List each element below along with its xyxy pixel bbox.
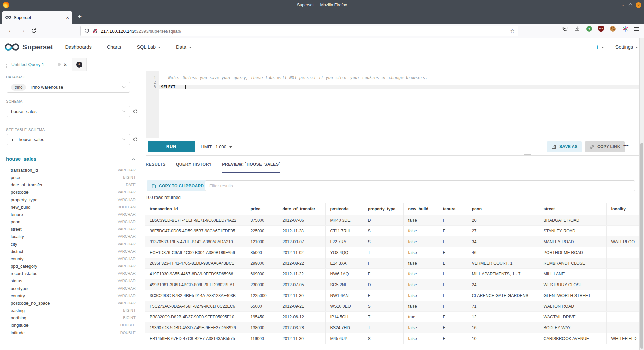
downloads-icon[interactable] — [574, 26, 580, 32]
table-cell: false — [403, 236, 438, 247]
insecure-lock-icon[interactable] — [92, 28, 98, 34]
table-cell: F — [438, 301, 467, 312]
results-column-header[interactable]: date_of_transfer — [278, 203, 325, 215]
results-column-header[interactable]: locality — [606, 203, 639, 215]
column-type: DATE — [126, 183, 136, 187]
menu-icon[interactable] — [634, 27, 639, 31]
table-cell: F — [438, 247, 467, 258]
table-cell — [606, 269, 639, 279]
link-icon — [589, 144, 594, 149]
window-minimize-icon[interactable]: ⌄ — [620, 3, 625, 7]
column-type: VARCHAR — [118, 301, 136, 305]
results-column-header[interactable]: street — [539, 203, 606, 215]
cookie-icon[interactable] — [610, 26, 616, 32]
superset-logo[interactable]: Superset — [5, 43, 53, 51]
table-cell: WAGTAIL DRIVE — [539, 312, 606, 322]
back-icon[interactable]: ← — [8, 27, 13, 33]
query-tab-close-icon[interactable]: × — [64, 62, 67, 68]
column-name: usertype — [11, 286, 118, 291]
database-value: Trino warehouse — [30, 85, 119, 90]
plus-circle-icon: + — [76, 62, 82, 68]
table-cell: ECE1D376-C9A6-4C00-B004-A380B189FA56 — [145, 247, 246, 258]
copy-link-label: COPY LINK — [597, 144, 620, 149]
results-column-header[interactable]: transaction_id — [145, 203, 246, 215]
page-scrollbar[interactable] — [639, 38, 644, 350]
schema-select[interactable]: house_sales — [7, 106, 130, 117]
refresh-table-icon[interactable] — [133, 137, 138, 142]
nav-dashboards[interactable]: Dashboards — [65, 44, 91, 50]
save-as-button[interactable]: SAVE AS — [547, 141, 582, 152]
results-column-header[interactable]: property_type — [363, 203, 403, 215]
see-table-schema-label: SEE TABLE SCHEMA — [6, 128, 45, 132]
table-cell: 299000 — [246, 258, 278, 269]
scrollbar-thumb[interactable] — [640, 143, 643, 349]
add-new-button[interactable]: + — [595, 43, 604, 51]
more-options-button[interactable]: ••• — [623, 143, 629, 148]
window-close-icon[interactable]: × — [636, 2, 641, 8]
shield-icon[interactable] — [84, 28, 89, 34]
reload-icon[interactable] — [31, 28, 37, 34]
table-cell: false — [403, 258, 438, 269]
tab-preview-house-sales[interactable]: PREVIEW: `HOUSE_SALES` — [222, 156, 280, 173]
results-column-header[interactable]: paon — [467, 203, 539, 215]
window-maximize-icon[interactable] — [628, 3, 633, 7]
column-type: DOUBLE — [120, 331, 136, 335]
table-cell: WESTBURY CLOSE — [539, 279, 606, 290]
filter-results-input[interactable] — [205, 180, 635, 191]
refresh-schema-icon[interactable] — [133, 109, 138, 114]
column-type: VARCHAR — [118, 168, 136, 172]
table-cell: 2012-11-02 — [278, 247, 325, 258]
column-type: BOOLEAN — [118, 205, 136, 209]
copy-link-button[interactable]: COPY LINK — [585, 141, 625, 152]
results-column-header[interactable]: new_build — [403, 203, 438, 215]
table-cell: 2012-09-21 — [278, 301, 325, 312]
tab-query-history[interactable]: QUERY HISTORY — [176, 156, 212, 173]
table-cell: 195450 — [246, 312, 278, 322]
database-label: DATABASE — [6, 75, 26, 79]
table-select[interactable]: house_sales — [7, 134, 130, 145]
results-column-header[interactable]: tenure — [438, 203, 467, 215]
table-cell: L — [438, 269, 467, 279]
new-tab-button[interactable]: + — [78, 13, 82, 20]
run-button[interactable]: RUN — [148, 141, 195, 152]
nav-sql-lab[interactable]: SQL Lab — [137, 44, 161, 50]
table-cell: T — [363, 247, 403, 258]
browser-tab[interactable]: Superset × — [2, 11, 72, 24]
colorful-asterisk-icon[interactable] — [622, 26, 628, 32]
column-type: VARCHAR — [118, 286, 136, 290]
nav-data[interactable]: Data — [176, 44, 192, 50]
tab-close-icon[interactable]: × — [66, 15, 69, 20]
save-icon — [551, 144, 556, 149]
results-column-header[interactable]: price — [246, 203, 278, 215]
copy-to-clipboard-button[interactable]: COPY TO CLIPBOARD — [147, 180, 208, 191]
results-column-header[interactable]: postcode — [325, 203, 363, 215]
schema-column-row: property_typeVARCHAR — [11, 196, 136, 203]
column-name: record_status — [11, 271, 118, 276]
table-cell: PORTHOLME ROAD — [539, 247, 606, 258]
url-bar[interactable]: 217.160.120.143:32393/superset/sqllab/ ☆ — [80, 26, 518, 36]
sql-editor[interactable]: 1 2 3 -- Note: Unless you save your quer… — [146, 71, 639, 138]
table-row: BB8320C9-D82B-4B37-90E0-9FEE05095E101954… — [145, 312, 639, 322]
bookmark-star-icon[interactable]: ☆ — [510, 28, 515, 34]
ublock-shield-icon[interactable]: UO — [598, 26, 604, 32]
table-schema-title[interactable]: house_sales — [6, 156, 36, 162]
tab-results[interactable]: RESULTS — [146, 156, 166, 173]
column-name: latitude — [11, 330, 120, 335]
table-cell — [606, 247, 639, 258]
column-name: ppd_category — [11, 264, 118, 269]
url-text[interactable]: 217.160.120.143:32393/superset/sqllab/ — [101, 29, 507, 34]
new-query-tab-button[interactable]: + — [72, 58, 87, 71]
settings-menu[interactable]: Settings — [615, 44, 638, 50]
limit-dropdown[interactable]: LIMIT: 1 000 — [201, 138, 232, 156]
chevron-up-icon[interactable] — [131, 158, 136, 161]
nav-charts[interactable]: Charts — [107, 44, 121, 50]
database-select[interactable]: trino Trino warehouse — [7, 82, 130, 93]
pocket-icon[interactable] — [562, 26, 568, 32]
green-extension-icon[interactable]: ∨ — [586, 26, 592, 32]
drag-handle-icon[interactable] — [6, 64, 7, 65]
editor-code[interactable]: -- Note: Unless you save your query, the… — [159, 75, 639, 89]
pane-resize-handle[interactable] — [524, 154, 531, 156]
table-cell: L22 7RA — [325, 236, 363, 247]
table-cell: WS10 0EU — [325, 301, 363, 312]
query-tab-untitled-query-1[interactable]: Untitled Query 1 × — [2, 58, 71, 71]
